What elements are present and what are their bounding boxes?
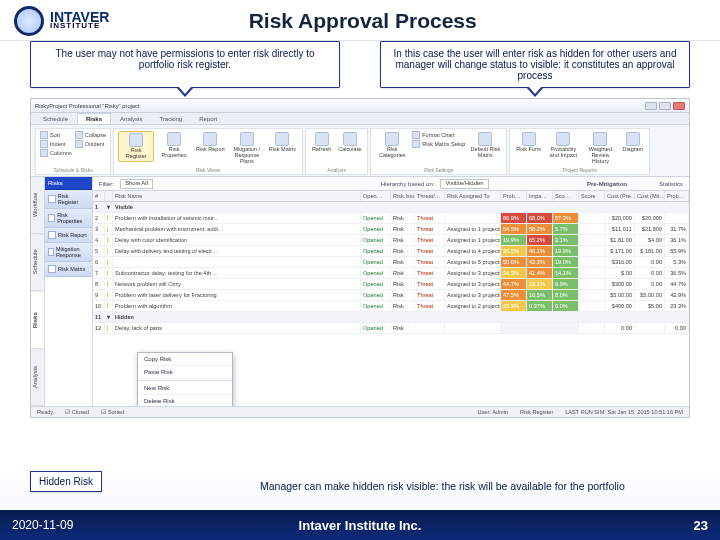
- rbtn-sort[interactable]: Sort: [40, 131, 72, 139]
- filter-label: Filter:: [99, 181, 114, 187]
- table-row[interactable]: 7Subcontractor delay: testing for the 4t…: [93, 268, 689, 279]
- calculate-icon: [343, 132, 357, 146]
- ctx-new[interactable]: New Risk: [138, 382, 232, 395]
- col-issue[interactable]: Risk Issue: [391, 191, 415, 201]
- status-ready: Ready: [37, 409, 53, 415]
- ribbon: Sort Indent Columns Collapse Outdent Sch…: [31, 125, 689, 177]
- tab-report[interactable]: Report: [191, 114, 225, 124]
- ribbon-label-3: Analysis: [306, 167, 367, 173]
- props-icon: [48, 214, 55, 222]
- rbtn-risk-form[interactable]: Risk Form: [514, 131, 543, 154]
- col-threat[interactable]: Threat/…: [415, 191, 445, 201]
- rbtn-columns[interactable]: Columns: [40, 149, 72, 157]
- rbtn-diagram[interactable]: Diagram: [620, 131, 645, 154]
- rbtn-risk-cats[interactable]: Risk Categories: [375, 131, 409, 160]
- tab-risks[interactable]: Risks: [77, 113, 111, 124]
- rbtn-default-matrix[interactable]: Default Risk Matrix: [468, 131, 502, 160]
- vtab-analysis[interactable]: Analysis: [31, 349, 44, 406]
- ribbon-label-1: Schedule & Risks: [36, 167, 110, 173]
- logo-name-2: INSTITUTE: [50, 23, 109, 29]
- vtab-workflow[interactable]: Workflow: [31, 177, 44, 234]
- table-row[interactable]: 2Problem with installation of seismic in…: [93, 213, 689, 224]
- status-time: LAST RUN SIM: Sat Jan 15, 2015 10:51:16 …: [565, 409, 683, 415]
- rbtn-risk-report[interactable]: Risk Report: [194, 131, 227, 154]
- ribbon-group-reports: Risk Form Probability and Impact Weighte…: [509, 128, 650, 175]
- callout-hidden-risk: Hidden Risk: [30, 471, 102, 492]
- table-row[interactable]: 9Problem with laser delivery for Fractur…: [93, 290, 689, 301]
- maximize-icon[interactable]: [659, 102, 671, 110]
- ctx-delete[interactable]: Delete Risk: [138, 395, 232, 406]
- table-row[interactable]: 4Delay with color identificationOpenedRi…: [93, 235, 689, 246]
- rbtn-calculate[interactable]: Calculate: [336, 131, 363, 154]
- col-prob[interactable]: Prob…: [501, 191, 527, 201]
- rbtn-risk-matrix[interactable]: Risk Matrix: [267, 131, 298, 154]
- callouts: The user may not have permissions to ent…: [0, 41, 720, 92]
- rbtn-refresh[interactable]: Refresh: [310, 131, 333, 154]
- sidebar-item-mitigation[interactable]: Mitigation Response: [45, 243, 92, 262]
- rbtn-matrix-setup[interactable]: Risk Matrix Setup: [412, 140, 465, 148]
- ctx-paste[interactable]: Paste Risk: [138, 366, 232, 379]
- tab-tracking[interactable]: Tracking: [151, 114, 190, 124]
- close-icon[interactable]: [673, 102, 685, 110]
- ctx-copy[interactable]: Copy Risk: [138, 353, 232, 366]
- table-row[interactable]: 8Network problem will OzzyOpenedRiskThre…: [93, 279, 689, 290]
- col-vis[interactable]: [105, 191, 113, 201]
- minimize-icon[interactable]: [645, 102, 657, 110]
- col-name[interactable]: Risk Name: [113, 191, 361, 201]
- col-assigned[interactable]: Risk Assigned To: [445, 191, 501, 201]
- rbtn-prob-impact[interactable]: Probability and Impact: [546, 131, 580, 160]
- section-stats: Statistics: [659, 181, 683, 187]
- table-row[interactable]: 10Problem with algorithmOpenedRiskThreat…: [93, 301, 689, 312]
- chart-icon: [412, 131, 420, 139]
- tab-schedule[interactable]: Schedule: [35, 114, 76, 124]
- vtab-risks[interactable]: Risks: [31, 292, 44, 349]
- rbtn-indent[interactable]: Indent: [40, 140, 72, 148]
- table-row[interactable]: 3Mechanical problem with instrument: add…: [93, 224, 689, 235]
- status-sorted[interactable]: Sorted: [108, 409, 124, 415]
- logo-icon: [14, 6, 44, 36]
- rbtn-wtd-history[interactable]: Weighted Review History: [583, 131, 617, 165]
- rbtn-mitigation[interactable]: Mitigation / Response Plans: [230, 131, 264, 165]
- table-row[interactable]: 5Delay with delivery and testing of elec…: [93, 246, 689, 257]
- rbtn-risk-props[interactable]: Risk Properties: [157, 131, 191, 160]
- group-row[interactable]: 1▾Visible: [93, 202, 689, 213]
- rbtn-outdent[interactable]: Outdent: [75, 140, 106, 148]
- table-row[interactable]: 6OpenedRiskThreatAssigned to 5 projects5…: [93, 257, 689, 268]
- filter-select[interactable]: Show All: [120, 179, 153, 189]
- app-titlebar[interactable]: RiskyProject Professional "Risky" projec…: [31, 99, 689, 113]
- rbtn-format-chart[interactable]: Format Chart: [412, 131, 465, 139]
- risk-report-icon: [203, 132, 217, 146]
- status-bar: Ready ☑ Closed ☑ Sorted User: Admin Risk…: [31, 406, 689, 417]
- history-icon: [593, 132, 607, 146]
- group-row[interactable]: 11▾Hidden: [93, 312, 689, 323]
- bottom-note: Manager can make hidden risk visible: th…: [260, 480, 625, 492]
- table-row[interactable]: 12Delay, lack of partsOpenedRisk0.000.00: [93, 323, 689, 334]
- rbtn-collapse[interactable]: Collapse: [75, 131, 106, 139]
- grid-rows[interactable]: 1▾Visible2Problem with installation of s…: [93, 202, 689, 406]
- vtab-schedule[interactable]: Schedule: [31, 234, 44, 291]
- ribbon-group-settings: Risk Categories Format Chart Risk Matrix…: [370, 128, 507, 175]
- col-open[interactable]: Open…: [361, 191, 391, 201]
- col-sco[interactable]: Sco…: [553, 191, 579, 201]
- sidebar-item-report[interactable]: Risk Report: [45, 228, 92, 243]
- col-cost-mit[interactable]: Cost (Mit…: [635, 191, 665, 201]
- context-menu: Copy Risk Paste Risk New Risk Delete Ris…: [137, 352, 233, 406]
- vertical-tabs: Workflow Schedule Risks Analysis: [31, 177, 45, 406]
- sidebar-item-matrix[interactable]: Risk Matrix: [45, 262, 92, 277]
- sidebar-item-register[interactable]: Risk Register: [45, 190, 92, 209]
- indent-icon: [40, 140, 48, 148]
- mitigation-icon: [240, 132, 254, 146]
- hier-select[interactable]: Visible/Hidden: [440, 179, 488, 189]
- col-prob2[interactable]: Prob…: [665, 191, 689, 201]
- col-score[interactable]: Score: [579, 191, 605, 201]
- col-cost-pre[interactable]: Cost (Pre…: [605, 191, 635, 201]
- rbtn-risk-register[interactable]: Risk Register: [118, 131, 154, 162]
- tab-analysis[interactable]: Analysis: [112, 114, 150, 124]
- sidebar-item-props[interactable]: Risk Properties: [45, 209, 92, 228]
- col-impact[interactable]: Impa…: [527, 191, 553, 201]
- status-reg: Risk Register: [520, 409, 553, 415]
- status-closed[interactable]: Closed: [72, 409, 89, 415]
- col-idx[interactable]: #: [93, 191, 105, 201]
- sidebar-head: Risks: [45, 177, 92, 190]
- app-title: RiskyProject Professional "Risky" projec…: [35, 103, 140, 109]
